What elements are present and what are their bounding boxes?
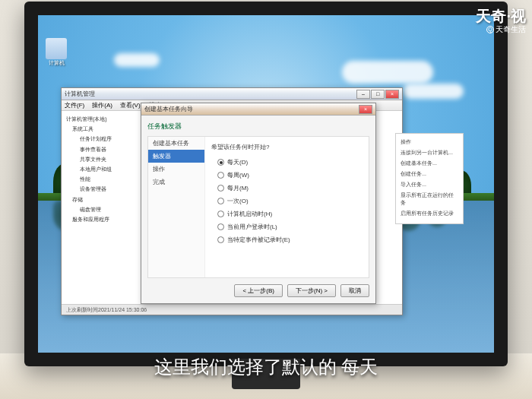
dialog-titlebar[interactable]: 创建基本任务向导 × — [141, 103, 375, 116]
radio-button-icon — [217, 159, 224, 166]
wizard-dialog: 创建基本任务向导 × 任务触发器 创建基本任务触发器操作完成 希望该任务何时开始… — [141, 103, 376, 304]
status-bar: 上次刷新时间2021/11/24 15:30:06 — [62, 304, 402, 315]
wizard-step[interactable]: 操作 — [148, 163, 204, 176]
radio-button-icon — [217, 211, 224, 217]
action-item[interactable]: 创建任务... — [399, 169, 460, 179]
watermark-main: 天奇·视 — [476, 6, 526, 27]
tree-item[interactable]: 事件查看器 — [65, 144, 141, 154]
minimize-button[interactable]: – — [356, 90, 370, 99]
tree-item[interactable]: 任务计划程序 — [65, 134, 141, 144]
radio-label: 一次(O) — [227, 197, 249, 205]
menu-action[interactable]: 操作(A) — [92, 101, 112, 109]
titlebar[interactable]: 计算机管理 – □ × — [62, 88, 402, 100]
action-item[interactable]: 显示所有正在运行的任务 — [399, 190, 460, 208]
radio-label: 每天(D) — [227, 158, 248, 166]
tree-item[interactable]: 性能 — [65, 174, 141, 184]
dialog-title: 创建基本任务向导 — [144, 105, 359, 113]
close-button[interactable]: × — [385, 90, 399, 99]
dialog-close-button[interactable]: × — [359, 105, 372, 114]
wizard-step[interactable]: 创建基本任务 — [148, 137, 204, 150]
radio-option[interactable]: 当特定事件被记录时(E) — [211, 233, 363, 246]
screen: 计算机 计算机管理 – □ × 文件(F) 操作(A) 查看(V) 帮助(H) … — [38, 15, 494, 353]
radio-option[interactable]: 当前用户登录时(L) — [211, 220, 363, 233]
radio-option[interactable]: 每月(M) — [211, 182, 363, 195]
radio-button-icon — [217, 185, 224, 192]
action-item[interactable]: 导入任务... — [399, 179, 460, 190]
watermark-sub: Q天奇生活 — [486, 24, 526, 35]
tree-item[interactable]: 计算机管理(本地) — [65, 114, 141, 124]
search-icon: Q — [486, 26, 494, 33]
wizard-nav: 创建基本任务触发器操作完成 — [148, 137, 205, 277]
tree-item[interactable]: 共享文件夹 — [65, 154, 141, 164]
dialog-subtitle: 任务触发器 — [147, 122, 369, 131]
computer-icon — [46, 38, 67, 59]
back-button[interactable]: < 上一步(B) — [234, 284, 283, 297]
next-button[interactable]: 下一步(N) > — [287, 284, 336, 297]
radio-label: 当特定事件被记录时(E) — [227, 236, 290, 244]
window-title: 计算机管理 — [65, 90, 356, 98]
wizard-step[interactable]: 触发器 — [148, 150, 204, 163]
maximize-button[interactable]: □ — [371, 90, 385, 99]
action-item[interactable]: 操作 — [399, 137, 460, 147]
action-item[interactable]: 创建基本任务... — [399, 158, 460, 169]
desktop-icon-computer[interactable]: 计算机 — [44, 38, 68, 67]
radio-option[interactable]: 计算机启动时(H) — [211, 207, 363, 220]
menu-view[interactable]: 查看(V) — [120, 101, 141, 109]
radio-button-icon — [217, 223, 224, 230]
tree-item[interactable]: 存储 — [65, 195, 141, 204]
radio-button-icon — [217, 236, 224, 243]
action-item[interactable]: 启用所有任务历史记录 — [399, 208, 460, 219]
tree-item[interactable]: 设备管理器 — [65, 184, 141, 194]
wizard-step[interactable]: 完成 — [148, 176, 204, 188]
radio-label: 计算机启动时(H) — [227, 210, 272, 218]
wizard-options: 希望该任务何时开始? 每天(D)每周(W)每月(M)一次(O)计算机启动时(H)… — [205, 137, 369, 277]
radio-button-icon — [217, 198, 224, 204]
radio-label: 每月(M) — [227, 184, 249, 192]
subtitle-caption: 这里我们选择了默认的 每天 — [0, 355, 532, 379]
radio-label: 当前用户登录时(L) — [227, 223, 277, 231]
radio-option[interactable]: 每周(W) — [211, 169, 363, 182]
cancel-button[interactable]: 取消 — [340, 284, 369, 297]
actions-panel: 操作连接到另一台计算机...创建基本任务...创建任务...导入任务...显示所… — [395, 133, 464, 224]
options-header: 希望该任务何时开始? — [211, 143, 363, 151]
tree-item[interactable]: 系统工具 — [65, 124, 141, 134]
action-item[interactable]: 连接到另一台计算机... — [399, 147, 460, 158]
tree-panel[interactable]: 计算机管理(本地)系统工具任务计划程序事件查看器共享文件夹本地用户和组性能设备管… — [62, 111, 145, 315]
tree-item[interactable]: 磁盘管理 — [65, 204, 141, 214]
monitor-frame: 计算机 计算机管理 – □ × 文件(F) 操作(A) 查看(V) 帮助(H) … — [24, 2, 508, 366]
radio-button-icon — [217, 172, 224, 179]
radio-option[interactable]: 一次(O) — [211, 195, 363, 207]
radio-label: 每周(W) — [227, 171, 249, 179]
tree-item[interactable]: 服务和应用程序 — [65, 214, 141, 224]
radio-option[interactable]: 每天(D) — [211, 156, 363, 169]
menu-file[interactable]: 文件(F) — [65, 101, 84, 109]
tree-item[interactable]: 本地用户和组 — [65, 164, 141, 174]
